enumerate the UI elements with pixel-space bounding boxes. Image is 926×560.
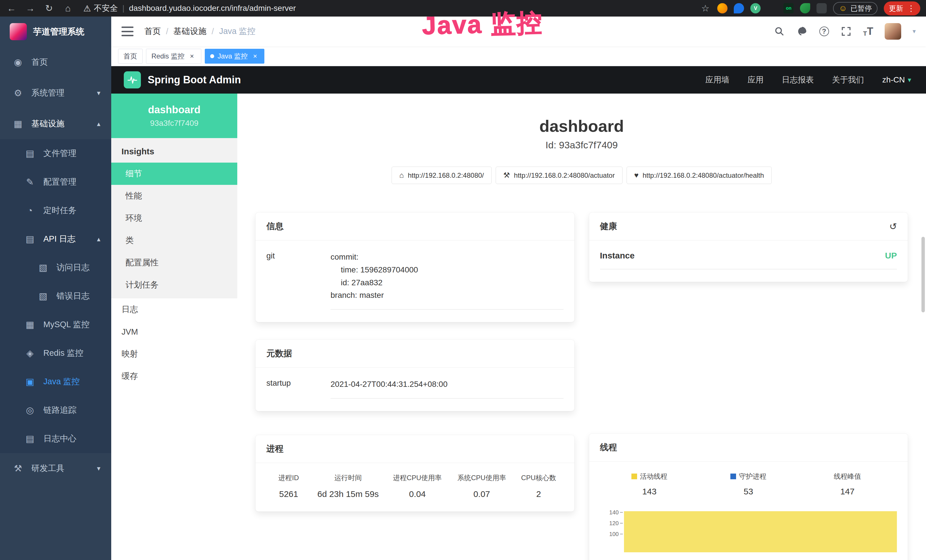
sidebar-item-access-log[interactable]: ▧ 访问日志: [0, 253, 111, 282]
sidebar-item-log-center[interactable]: ▤ 日志中心: [0, 424, 111, 453]
security-warning[interactable]: ⚠ 不安全: [83, 3, 118, 14]
sba-nav-applications[interactable]: 应用: [748, 74, 764, 85]
heart-icon: ♥: [634, 171, 639, 180]
extension-icon-drop[interactable]: [734, 3, 744, 14]
github-icon[interactable]: [796, 26, 808, 37]
log-icon: ▤: [24, 433, 36, 444]
font-size-icon[interactable]: TT: [863, 26, 873, 37]
bookmark-star-icon[interactable]: ☆: [699, 3, 711, 14]
paused-label: 已暂停: [850, 4, 872, 13]
scrollbar-thumb[interactable]: [921, 237, 925, 312]
sidebar-item-home[interactable]: ◉ 首页: [0, 47, 111, 77]
home-icon[interactable]: ⌂: [62, 3, 74, 14]
forward-icon[interactable]: →: [24, 3, 36, 14]
extension-icon-grid[interactable]: [767, 3, 777, 14]
health-card: 健康 ↺ Instance UP: [589, 212, 908, 282]
sidebar-item-redis-monitor[interactable]: ◈ Redis 监控: [0, 339, 111, 368]
extension-icon-leaf[interactable]: [800, 3, 810, 14]
info-card-body: git commit: time: 1596289704000 id: 27aa…: [256, 241, 574, 322]
sidebar-item-infra[interactable]: ▦ 基础设施 ▴: [0, 108, 111, 139]
sba-item-details[interactable]: 细节: [111, 163, 237, 185]
process-col-cores: CPU核心数 2: [514, 473, 563, 499]
sba-item-scheduled-tasks[interactable]: 计划任务: [111, 274, 237, 296]
actuator-url-link[interactable]: ⚒ http://192.168.0.2:48080/actuator: [496, 166, 623, 184]
health-url-link[interactable]: ♥ http://192.168.0.2:48080/actuator/heal…: [626, 166, 772, 184]
extension-icon-fox[interactable]: [717, 3, 728, 14]
sba-instance-header[interactable]: dashboard 93a3fc7f7409: [111, 94, 237, 138]
sidebar-item-file-manage[interactable]: ▤ 文件管理: [0, 139, 111, 168]
chrome-update-button[interactable]: 更新 ⋮: [884, 2, 920, 15]
sba-item-jvm[interactable]: JVM: [111, 321, 237, 343]
app-logo[interactable]: 芋道管理系统: [0, 17, 111, 47]
sba-item-metrics[interactable]: 性能: [111, 185, 237, 207]
fullscreen-icon[interactable]: [840, 26, 852, 37]
sba-body: dashboard 93a3fc7f7409 Insights 细节 性能 环境…: [111, 94, 926, 560]
info-key: git: [266, 251, 331, 310]
breadcrumb-home[interactable]: 首页: [144, 26, 161, 37]
sidebar-item-mysql-monitor[interactable]: ▦ MySQL 监控: [0, 310, 111, 339]
sba-other-group: 日志 JVM 映射 缓存: [111, 298, 237, 387]
sidebar-item-java-monitor[interactable]: ▣ Java 监控: [0, 368, 111, 396]
tab-home[interactable]: 首页: [118, 49, 142, 64]
tags-bar: 首页 Redis 监控 × Java 监控 ×: [111, 46, 926, 66]
breadcrumb-infra[interactable]: 基础设施: [173, 26, 206, 37]
avatar-caret-icon[interactable]: ▾: [912, 28, 916, 35]
process-col-process-cpu: 进程CPU使用率 0.04: [385, 473, 450, 499]
close-icon[interactable]: ×: [188, 52, 196, 60]
chevron-down-icon: ▾: [908, 76, 911, 84]
sba-item-caches[interactable]: 缓存: [111, 365, 237, 387]
sba-nav-about[interactable]: 关于我们: [832, 74, 864, 85]
spring-boot-admin-logo[interactable]: [124, 71, 141, 88]
sba-item-logs[interactable]: 日志: [111, 298, 237, 321]
history-icon[interactable]: ↺: [889, 221, 897, 232]
sba-item-mappings[interactable]: 映射: [111, 343, 237, 365]
link-label: http://192.168.0.2:48080/actuator/health: [643, 171, 764, 179]
threads-chart: 140 120 100: [600, 510, 897, 552]
legend-peak-threads: 线程峰值 147: [798, 472, 897, 496]
kebab-menu-icon[interactable]: ⋮: [907, 4, 915, 13]
reload-icon[interactable]: ↻: [43, 3, 55, 14]
sidebar-item-scheduled-jobs[interactable]: ◔ 定时任务: [0, 196, 111, 225]
chevron-down-icon: ▾: [97, 465, 100, 472]
close-icon[interactable]: ×: [251, 52, 259, 60]
tab-redis-monitor[interactable]: Redis 监控 ×: [146, 49, 201, 64]
sidebar-item-system[interactable]: ⚙ 系统管理 ▾: [0, 77, 111, 108]
sba-nav-wallboard[interactable]: 应用墙: [705, 74, 729, 85]
sidebar-item-dev-tools[interactable]: ⚒ 研发工具 ▾: [0, 453, 111, 484]
git-id-line: id: 27aa832: [331, 277, 563, 289]
legend-live-threads: 活动线程 143: [600, 472, 699, 496]
sba-item-environment[interactable]: 环境: [111, 207, 237, 229]
hamburger-icon[interactable]: [121, 27, 133, 36]
sidebar-item-api-log[interactable]: ▤ API 日志 ▴: [0, 225, 111, 253]
extension-icon-on-badge[interactable]: on: [784, 3, 794, 14]
wrench-icon: ⚒: [503, 171, 510, 180]
paused-badge[interactable]: ☺ 已暂停: [833, 2, 878, 15]
sba-nav-journal[interactable]: 日志报表: [782, 74, 814, 85]
sidebar-item-label: API 日志: [43, 233, 76, 245]
service-url-link[interactable]: ⌂ http://192.168.0.2:48080/: [392, 166, 492, 184]
help-icon[interactable]: ?: [819, 27, 829, 36]
sidebar-item-label: 基础设施: [31, 118, 65, 130]
process-card-body: 进程ID 5261 运行时间 6d 23h 15m 59s: [256, 463, 574, 512]
info-card-title: 信息: [256, 212, 574, 241]
java-monitor-icon: ▣: [24, 376, 36, 387]
search-icon[interactable]: [774, 26, 785, 37]
url-text[interactable]: dashboard.yudao.iocoder.cn/infra/admin-s…: [129, 4, 296, 13]
tab-java-monitor[interactable]: Java 监控 ×: [205, 49, 264, 64]
sba-language-select[interactable]: zh-CN ▾: [882, 75, 911, 85]
back-icon[interactable]: ←: [6, 3, 17, 14]
tab-label: 首页: [124, 51, 137, 61]
sidebar-item-config-manage[interactable]: ✎ 配置管理: [0, 168, 111, 196]
sba-item-classes[interactable]: 类: [111, 229, 237, 251]
extension-icon-vue-devtools[interactable]: V: [750, 3, 761, 14]
user-avatar[interactable]: [885, 23, 901, 40]
process-card: 进程 进程ID 5261 运行时间: [256, 435, 574, 512]
address-bar[interactable]: ⚠ 不安全 | dashboard.yudao.iocoder.cn/infra…: [83, 3, 296, 14]
extension-icon-puzzle[interactable]: [817, 3, 827, 14]
health-status-badge: UP: [885, 251, 897, 260]
sidebar-item-error-log[interactable]: ▧ 错误日志: [0, 282, 111, 310]
threads-card-title: 线程: [589, 434, 908, 462]
metadata-key: startup: [266, 378, 331, 398]
sba-item-config-props[interactable]: 配置属性: [111, 251, 237, 274]
sidebar-item-tracing[interactable]: ◎ 链路追踪: [0, 396, 111, 424]
